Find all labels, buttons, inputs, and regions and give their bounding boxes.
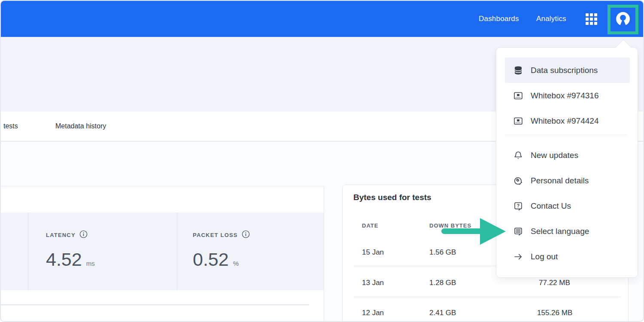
table-cell-col3: 155.26 MB [537,309,572,317]
menu-item-data-subscriptions[interactable]: Data subscriptions [505,58,630,83]
bytes-card-title: Bytes used for tests [353,193,431,202]
tab-metadata-history[interactable]: Metadata history [55,112,106,141]
table-cell-down: 2.41 GB [429,309,456,317]
menu-item-label: Whitebox #974424 [531,116,598,126]
table-cell-date: 15 Jan [362,248,384,257]
table-cell-col3: 77.22 MB [539,279,570,287]
menu-item-label: Log out [531,252,558,261]
user-avatar-button[interactable] [611,8,635,31]
packet-loss-unit: % [233,260,239,267]
tab-tests[interactable]: tests [3,112,18,141]
help-bubble-icon: ? [513,201,523,211]
whitebox-device-icon [513,116,523,126]
bell-icon [513,150,523,161]
head-gear-icon [513,176,523,186]
menu-item-label: Personal details [531,176,589,185]
database-icon [513,65,523,76]
menu-item-label: Data subscriptions [531,66,598,75]
menu-item-label: New updates [531,151,578,160]
row-divider [353,297,621,297]
latency-unit: ms [86,260,95,267]
app-window: Dashboards Analytics tests Metadata hist… [0,0,644,322]
whitebox-device-icon [513,91,523,101]
table-cell-date: 13 Jan [362,279,384,287]
menu-item-select-language[interactable]: Select language [505,219,630,244]
menu-item-personal-details[interactable]: Personal details [505,168,630,193]
metric-tiles: LATENCY 4.52 ms PACKET LOS [1,213,324,290]
table-cell-date: 12 Jan [362,309,384,317]
table-cell-down: 1.56 GB [429,248,456,257]
apps-grid-icon[interactable] [586,13,597,25]
column-header-date: DATE [362,222,378,229]
packet-loss-value: 0.52 [193,249,229,270]
menu-item-whitebox-974316[interactable]: Whitebox #974316 [505,83,630,108]
menu-divider [505,135,627,135]
menu-item-whitebox-974424[interactable]: Whitebox #974424 [505,108,630,134]
user-avatar-icon [614,9,632,30]
info-icon[interactable] [241,230,250,240]
packet-loss-label: PACKET LOSS [193,232,238,238]
nav-dashboards[interactable]: Dashboards [479,1,519,37]
svg-text:?: ? [517,203,519,208]
info-icon[interactable] [79,230,88,240]
section-divider [1,304,309,305]
menu-item-label: Whitebox #974316 [531,91,598,100]
latency-label: LATENCY [46,232,76,238]
menu-item-log-out[interactable]: Log out [505,244,630,269]
latency-value: 4.52 [46,249,82,270]
column-header-down-bytes: DOWN BYTES [429,222,471,229]
latency-metric: LATENCY 4.52 ms [28,213,177,290]
user-dropdown-menu: Data subscriptions Whitebox #974316 [496,47,638,278]
packet-loss-metric: PACKET LOSS 0.52 % [177,213,324,290]
menu-item-label: Select language [531,227,589,236]
language-bubble-icon [513,226,523,237]
top-navigation-bar: Dashboards Analytics [1,1,643,37]
menu-item-label: Contact Us [531,201,571,211]
nav-analytics[interactable]: Analytics [536,1,566,37]
menu-item-contact-us[interactable]: ? Contact Us [505,193,630,219]
menu-item-new-updates[interactable]: New updates [505,143,630,168]
table-cell-down: 1.28 GB [429,279,456,287]
logout-arrow-icon [513,252,523,262]
metrics-card: LATENCY 4.52 ms PACKET LOS [1,186,324,322]
